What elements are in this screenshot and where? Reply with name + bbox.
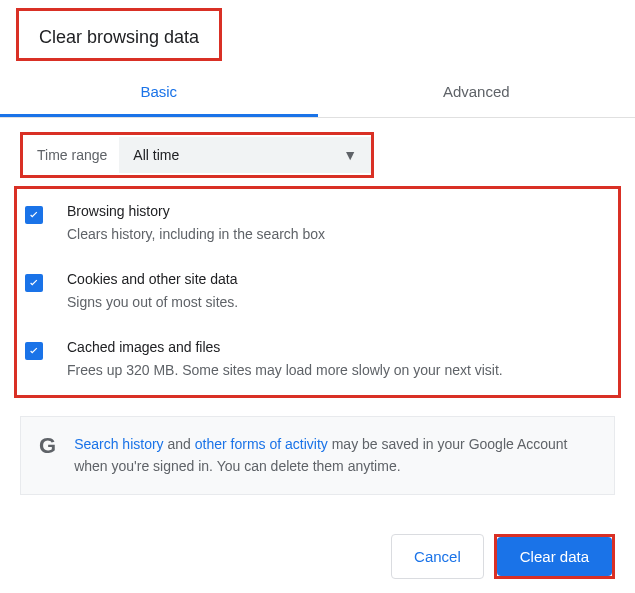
time-range-value: All time <box>133 147 179 163</box>
time-range-select[interactable]: All time ▼ <box>119 137 371 173</box>
other-activity-link[interactable]: other forms of activity <box>195 436 328 452</box>
clear-data-highlight: Clear data <box>494 534 615 579</box>
tabs-bar: Basic Advanced <box>0 69 635 118</box>
checkbox-cookies[interactable] <box>25 274 43 292</box>
option-desc: Clears history, including in the search … <box>67 224 325 245</box>
option-title: Cookies and other site data <box>67 271 238 287</box>
checkbox-cache[interactable] <box>25 342 43 360</box>
cancel-button[interactable]: Cancel <box>391 534 484 579</box>
clear-data-button[interactable]: Clear data <box>497 537 612 576</box>
option-browsing-history: Browsing history Clears history, includi… <box>25 203 610 245</box>
time-range-label: Time range <box>23 137 119 173</box>
option-title: Browsing history <box>67 203 325 219</box>
options-box: Browsing history Clears history, includi… <box>14 186 621 398</box>
chevron-down-icon: ▼ <box>343 147 357 163</box>
option-title: Cached images and files <box>67 339 503 355</box>
option-cookies: Cookies and other site data Signs you ou… <box>25 271 610 313</box>
search-history-link[interactable]: Search history <box>74 436 163 452</box>
tab-advanced[interactable]: Advanced <box>318 69 636 117</box>
button-row: Cancel Clear data <box>391 534 615 579</box>
google-logo-icon: G <box>39 433 56 459</box>
info-text: Search history and other forms of activi… <box>74 433 596 478</box>
info-box: G Search history and other forms of acti… <box>20 416 615 495</box>
dialog-title: Clear browsing data <box>16 8 222 61</box>
checkbox-browsing-history[interactable] <box>25 206 43 224</box>
tab-basic[interactable]: Basic <box>0 69 318 117</box>
option-cache: Cached images and files Frees up 320 MB.… <box>25 339 610 381</box>
option-desc: Signs you out of most sites. <box>67 292 238 313</box>
option-desc: Frees up 320 MB. Some sites may load mor… <box>67 360 503 381</box>
time-range-row: Time range All time ▼ <box>20 132 374 178</box>
